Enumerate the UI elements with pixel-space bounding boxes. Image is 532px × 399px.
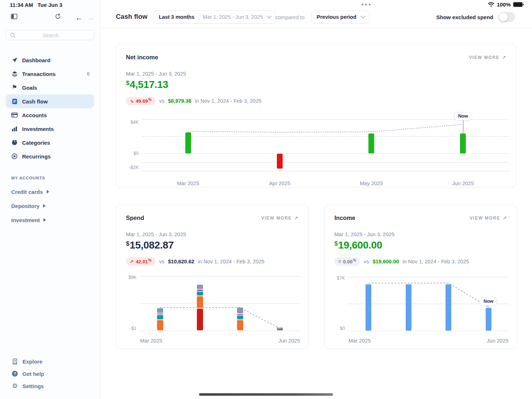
y-axis-labels: $9K-$1 — [125, 273, 140, 331]
vs-label: vs — [159, 98, 165, 104]
equals-icon: = — [338, 259, 341, 264]
view-more-link[interactable]: VIEW MORE ↗ — [469, 55, 506, 60]
bar-chart-icon — [11, 126, 18, 132]
vs-amount: $19,600.00 — [373, 259, 399, 264]
sidebar: 11:34 AM Tue Jun 3 ← → Dashboard T — [0, 0, 100, 399]
card-title: Spend — [126, 215, 144, 221]
sidebar-item-explore[interactable]: Explore — [11, 357, 94, 365]
comparison-row: ↘ 49.69% vs $8,979.38 in Nov 1, 2024 - F… — [126, 97, 262, 105]
card-date-range: Mar 1, 2025 - Jun 3, 2025 — [334, 232, 394, 237]
vs-period: in Nov 1, 2024 - Feb 3, 2025 — [195, 98, 262, 104]
sidebar-item-label: Transactions — [22, 71, 56, 77]
change-pill: = 0.00% — [334, 257, 360, 266]
x-axis-labels: Mar 2025Apr 2025May 2025Jun 2025 — [142, 177, 509, 188]
chevron-down-icon — [360, 13, 365, 18]
now-tooltip: Now — [480, 297, 497, 306]
excluded-spend-label: Show excluded spend — [436, 14, 493, 20]
sidebar-item-recurrings[interactable]: Recurrings — [6, 149, 94, 163]
range-secondary: Mar 1, 2025 - Jun 3, 2025 — [203, 14, 263, 20]
comparison-period-button[interactable]: Previous period — [311, 10, 370, 24]
card-date-range: Mar 1, 2025 - Jun 3, 2025 — [126, 232, 186, 237]
net-income-amount: $4,517.13 — [126, 79, 168, 90]
sidebar-item-transactions[interactable]: Transactions 6 — [6, 67, 94, 81]
book-icon — [11, 358, 18, 365]
my-accounts-header: MY ACCOUNTS — [11, 176, 94, 180]
chevron-down-icon — [267, 13, 272, 18]
account-group-depository[interactable]: Depository — [11, 203, 94, 209]
spend-card: Spend VIEW MORE ↗ Mar 1, 2025 - Jun 3, 2… — [116, 204, 308, 349]
vs-label: vs — [364, 259, 369, 264]
transactions-count-badge: 6 — [87, 71, 90, 77]
income-chart: $7K$0 Now Mar 2025Jun 2025 — [333, 273, 508, 345]
battery-percent: 100% — [497, 1, 511, 8]
now-tooltip: Now — [455, 112, 472, 120]
browser-nav-row: ← → — [0, 12, 100, 23]
x-axis-label: May 2025 — [360, 181, 383, 186]
card-title: Net income — [126, 54, 158, 61]
sidebar-item-goals[interactable]: ⚑ Goals — [6, 81, 94, 94]
status-time: 11:34 AM — [10, 2, 33, 8]
card-title: Income — [334, 215, 355, 221]
net-income-chart: $4K$0-$2K Now Mar 2025Apr 2025May 2025Ju… — [126, 115, 509, 188]
expand-triangle-icon — [43, 204, 46, 208]
comparison-row: ↗ 42.01% vs $10,620.62 in Nov 1, 2024 - … — [126, 257, 265, 266]
flag-icon: ⚑ — [11, 85, 18, 90]
sidebar-footer: Explore ? Get help ⚙ Settings — [11, 357, 94, 394]
vs-amount: $8,979.38 — [168, 98, 191, 104]
income-card: Income VIEW MORE ↗ Mar 1, 2025 - Jun 3, … — [324, 204, 517, 349]
spend-chart: $9K-$1 Mar 2025Jun 2025 — [125, 273, 300, 345]
excluded-spend-control: Show excluded spend — [436, 12, 515, 22]
change-pill: ↗ 42.01% — [126, 257, 156, 266]
status-date: Tue Jun 3 — [37, 2, 62, 8]
x-axis-label: Mar 2025 — [177, 181, 199, 186]
sidebar-item-get-help[interactable]: ? Get help — [11, 370, 94, 378]
x-axis-label: Apr 2025 — [269, 181, 290, 186]
excluded-spend-toggle[interactable] — [498, 12, 515, 22]
status-bar-right: 100% — [488, 1, 523, 8]
sidebar-item-label: Dashboard — [22, 57, 50, 63]
sidebar-item-settings[interactable]: ⚙ Settings — [11, 382, 94, 390]
home-indicator[interactable] — [199, 393, 333, 396]
arrow-up-right-icon: ↗ — [294, 215, 298, 221]
account-group-investment[interactable]: Investment — [11, 217, 94, 223]
comparison-row: = 0.00% vs $19,600.00 in Nov 1, 2024 - F… — [334, 257, 469, 266]
date-range-button[interactable]: Last 3 months Mar 1, 2025 - Jun 3, 2025 — [153, 10, 276, 24]
arrow-up-right-icon: ↗ — [502, 55, 506, 60]
sidebar-item-categories[interactable]: Categories — [6, 136, 94, 149]
chart-plot-area: Now — [349, 273, 508, 331]
x-axis-labels: Mar 2025Jun 2025 — [349, 334, 508, 345]
sidebar-item-label: Investments — [22, 126, 54, 132]
search-input[interactable] — [6, 30, 95, 41]
vs-label: vs — [159, 259, 165, 264]
sidebar-item-dashboard[interactable]: Dashboard — [6, 53, 94, 67]
range-primary: Last 3 months — [159, 14, 194, 20]
sidebar-item-accounts[interactable]: Accounts — [6, 108, 94, 122]
x-axis-label: Mar 2025 — [140, 338, 162, 344]
card-date-range: Mar 1, 2025 - Jun 3, 2025 — [126, 71, 186, 77]
my-accounts-section: MY ACCOUNTS Credit cards Depository Inve… — [11, 176, 94, 223]
account-group-credit-cards[interactable]: Credit cards — [11, 189, 94, 195]
expand-triangle-icon — [43, 218, 46, 222]
y-axis-labels: $7K$0 — [333, 273, 349, 331]
search-box[interactable] — [6, 30, 94, 40]
forward-arrow-icon: → — [87, 13, 95, 22]
compared-to-label: compared to — [275, 14, 305, 20]
sidebar-item-investments[interactable]: Investments — [6, 122, 94, 136]
sidebar-item-cash-flow[interactable]: Cash flow — [6, 94, 94, 108]
refresh-icon[interactable] — [55, 13, 62, 22]
x-axis-labels: Mar 2025Jun 2025 — [140, 334, 300, 345]
y-axis-labels: $4K$0-$2K — [126, 115, 142, 173]
recurring-icon — [11, 153, 18, 159]
battery-icon — [513, 2, 523, 7]
expand-triangle-icon — [47, 190, 49, 194]
view-more-link[interactable]: VIEW MORE ↗ — [261, 215, 298, 221]
view-more-link[interactable]: VIEW MORE ↗ — [470, 215, 507, 221]
cash-flow-icon — [11, 98, 18, 105]
sidebar-toggle-icon[interactable] — [11, 13, 17, 21]
multitasking-dots-icon[interactable] — [362, 4, 371, 5]
net-income-card: Net income VIEW MORE ↗ Mar 1, 2025 - Jun… — [116, 44, 516, 188]
x-axis-label: Jun 2025 — [487, 338, 508, 344]
x-axis-label: Mar 2025 — [349, 338, 371, 344]
back-arrow-icon[interactable]: ← — [75, 13, 83, 22]
vs-period: in Nov 1, 2024 - Feb 3, 2025 — [402, 259, 469, 264]
